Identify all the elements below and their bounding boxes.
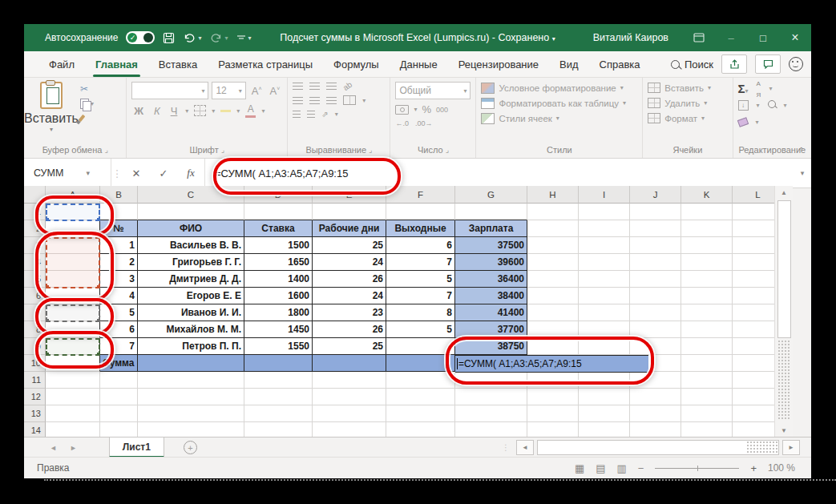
cell-K12[interactable] — [681, 389, 733, 405]
col-header-D[interactable]: D — [244, 186, 313, 204]
cell-F11[interactable] — [386, 372, 455, 389]
increase-decimal-button[interactable]: ←.0 — [395, 119, 409, 127]
cell-D10[interactable] — [244, 355, 313, 372]
cell-I5[interactable] — [579, 271, 630, 288]
cell-A12[interactable] — [46, 389, 100, 405]
cell-B9[interactable]: 7 — [100, 338, 138, 355]
sheet-tab-list1[interactable]: Лист1 — [109, 437, 164, 458]
cell-J8[interactable] — [630, 321, 681, 338]
minimize-button[interactable]: – — [715, 24, 747, 51]
row-header-14[interactable]: 14 — [24, 422, 46, 437]
cell-H6[interactable] — [527, 288, 579, 304]
cell-C12[interactable] — [138, 389, 244, 405]
next-sheet-icon[interactable]: ► — [70, 444, 77, 452]
save-button[interactable] — [163, 32, 175, 44]
vertical-scrollbar[interactable]: ▲ ▼ — [774, 186, 793, 437]
increase-indent-icon[interactable] — [307, 111, 315, 118]
cell-J6[interactable] — [630, 288, 681, 304]
customize-quick-access-button[interactable] — [236, 34, 252, 42]
cell-K1[interactable] — [681, 204, 733, 220]
cell-E2[interactable]: Рабочие дни — [313, 220, 386, 237]
col-header-F[interactable]: F — [386, 186, 455, 204]
scroll-right-icon[interactable]: ► — [782, 440, 800, 455]
cell-E11[interactable] — [313, 372, 386, 389]
clear-button[interactable] — [737, 117, 748, 127]
cell-K2[interactable] — [681, 220, 733, 237]
formula-input[interactable]: =СУММ( A1;A3:A5;A7;A9:15 — [204, 159, 794, 187]
expand-formula-bar-icon[interactable]: ▾ — [794, 159, 811, 187]
align-middle-icon[interactable] — [309, 83, 320, 90]
cell-B3[interactable]: 1 — [100, 237, 138, 254]
cell-D8[interactable]: 1450 — [244, 321, 313, 338]
cell-H2[interactable] — [527, 220, 579, 237]
align-top-icon[interactable] — [293, 83, 303, 90]
cell-H5[interactable] — [527, 271, 579, 288]
cell-E8[interactable]: 26 — [313, 321, 386, 338]
tab-файл[interactable]: Файл — [38, 51, 85, 77]
borders-button[interactable] — [194, 105, 206, 116]
wrap-text-button[interactable]: ⇗ — [321, 110, 328, 119]
cell-H8[interactable] — [527, 321, 579, 338]
cell-G5[interactable]: 36400 — [455, 271, 527, 288]
row-header-6[interactable]: 6 — [24, 288, 46, 304]
cell-G3[interactable]: 37500 — [455, 237, 527, 254]
undo-button[interactable] — [183, 32, 201, 43]
cell-E13[interactable] — [313, 405, 386, 422]
cell-F3[interactable]: 6 — [386, 237, 455, 254]
row-header-1[interactable]: 1 — [24, 204, 46, 220]
cell-C5[interactable]: Дмитриев Д. Д. — [138, 271, 244, 288]
percent-format-button[interactable]: % — [422, 103, 431, 115]
cell-J4[interactable] — [630, 254, 681, 271]
cell-G12[interactable] — [455, 389, 527, 405]
cell-E3[interactable]: 25 — [313, 237, 386, 254]
cell-E5[interactable]: 26 — [313, 271, 386, 288]
cell-E10[interactable] — [313, 355, 386, 372]
col-header-I[interactable]: I — [579, 186, 630, 204]
active-cell-editor[interactable]: =СУММ( A1;A3:A5;A7;A9:15 — [455, 355, 648, 373]
cell-F5[interactable]: 5 — [386, 271, 455, 288]
cell-C3[interactable]: Васильев В. В. — [138, 237, 244, 254]
currency-format-button[interactable] — [395, 105, 409, 115]
dialog-launcher-icon[interactable]: ⌟ — [446, 146, 449, 154]
cell-K14[interactable] — [681, 422, 733, 437]
cell-A13[interactable] — [46, 405, 100, 422]
cell-J11[interactable] — [630, 372, 681, 389]
cell-G2[interactable]: Зарплата — [455, 220, 527, 237]
cell-D3[interactable]: 1500 — [244, 237, 313, 254]
cell-A11[interactable] — [46, 372, 100, 389]
col-header-E[interactable]: E — [313, 186, 386, 204]
cell-B1[interactable] — [100, 204, 138, 220]
scroll-down-icon[interactable]: ▼ — [775, 424, 793, 437]
cell-A10[interactable] — [46, 355, 100, 372]
format-cells-button[interactable]: Формат▾ — [648, 112, 727, 124]
cell-B2[interactable]: № — [100, 220, 138, 237]
enter-formula-button[interactable]: ✓ — [150, 159, 177, 187]
format-painter-button[interactable] — [80, 112, 94, 123]
cell-I7[interactable] — [579, 304, 630, 321]
insert-function-button[interactable]: fx — [177, 159, 204, 187]
tab-справка[interactable]: Справка — [589, 51, 651, 77]
cell-D13[interactable] — [244, 405, 313, 422]
cell-G8[interactable]: 37700 — [455, 321, 527, 338]
orientation-button[interactable]: ab — [341, 80, 353, 92]
dialog-launcher-icon[interactable]: ⌟ — [221, 146, 224, 154]
cell-A8[interactable] — [46, 321, 100, 338]
align-center-icon[interactable] — [309, 97, 320, 104]
cell-F7[interactable]: 8 — [386, 304, 455, 321]
cell-A5[interactable] — [46, 271, 100, 288]
cell-D6[interactable]: 1600 — [244, 288, 313, 304]
prev-sheet-icon[interactable]: ◄ — [50, 444, 57, 452]
number-format-combo[interactable]: Общий▾ — [395, 82, 471, 99]
cell-D12[interactable] — [244, 389, 313, 405]
font-color-button[interactable]: А — [245, 103, 256, 118]
horizontal-scrollbar[interactable] — [537, 440, 779, 455]
cell-E9[interactable]: 25 — [313, 338, 386, 355]
cell-D11[interactable] — [244, 372, 313, 389]
cell-G4[interactable]: 39600 — [455, 254, 527, 271]
search-box[interactable]: Поиск — [671, 58, 713, 71]
row-header-10[interactable]: 10 — [24, 355, 46, 372]
cell-G13[interactable] — [455, 405, 527, 422]
cell-G14[interactable] — [455, 422, 527, 437]
cell-F2[interactable]: Выходные — [386, 220, 455, 237]
cell-C11[interactable] — [138, 372, 244, 389]
